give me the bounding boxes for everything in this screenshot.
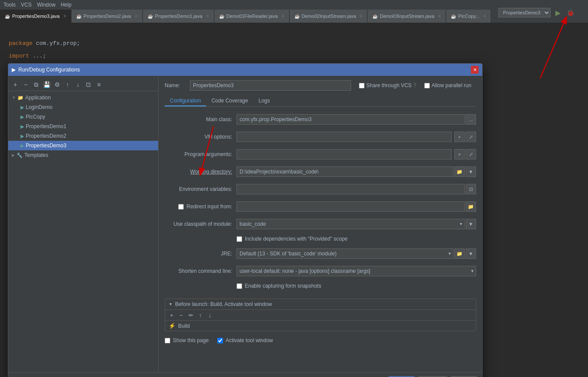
- activate-tool-window-label: Activate tool window: [226, 337, 273, 343]
- run-debug-dialog: ▶ Run/Debug Configurations ✕ + − ⧉ 💾 ⚙ ↑…: [8, 63, 483, 377]
- working-dir-input[interactable]: [237, 166, 453, 177]
- debug-button[interactable]: 🐞: [565, 8, 575, 17]
- jre-row: JRE: Default (13 - SDK of 'basic_code' m…: [165, 248, 476, 259]
- before-launch-edit-btn[interactable]: ✏: [187, 311, 195, 319]
- args-expand-btn[interactable]: +: [454, 149, 465, 160]
- before-launch-remove-btn[interactable]: −: [177, 311, 185, 319]
- activate-tool-window-checkbox[interactable]: [217, 338, 223, 343]
- move-up-button[interactable]: ↑: [63, 80, 72, 89]
- vm-fullscreen-btn[interactable]: ⤢: [466, 132, 476, 142]
- jre-select-area: Default (13 - SDK of 'basic_code' module…: [237, 248, 476, 259]
- copy-config-button[interactable]: ⧉: [32, 80, 41, 89]
- redirect-input-file[interactable]: [237, 201, 465, 212]
- tab-code-coverage[interactable]: Code Coverage: [206, 96, 253, 106]
- shorten-cmd-select[interactable]: user-local default: none - java [options…: [237, 266, 476, 276]
- shorten-cmd-label: Shorten command line:: [165, 268, 237, 274]
- allow-parallel-checkbox[interactable]: [424, 83, 430, 88]
- main-class-label: Main class:: [165, 116, 237, 122]
- run-button[interactable]: ▶: [553, 8, 563, 17]
- tab-close-6[interactable]: ✕: [483, 14, 487, 18]
- tab-close-1[interactable]: ✕: [135, 14, 138, 18]
- main-class-input[interactable]: [237, 114, 465, 125]
- java-icon-0: ☕: [4, 13, 10, 19]
- jre-dropdown-btn[interactable]: ▼: [466, 248, 476, 259]
- share-help-icon[interactable]: ?: [413, 82, 416, 88]
- tree-panel: + − ⧉ 💾 ⚙ ↑ ↓ ⊡ ≡ ▼ 📁 Application ▶ Logi…: [8, 76, 159, 372]
- working-dir-macro-btn[interactable]: ▼: [466, 166, 476, 177]
- working-dir-browse-btn[interactable]: 📁: [454, 166, 465, 177]
- vm-expand-btn[interactable]: +: [454, 132, 465, 142]
- tab-6[interactable]: ☕ PicCopy... ✕: [446, 10, 491, 23]
- dialog-close-button[interactable]: ✕: [471, 66, 479, 74]
- share-vcs-checkbox[interactable]: [359, 83, 365, 88]
- jre-browse-btn[interactable]: 📁: [454, 248, 465, 259]
- before-launch-add-btn[interactable]: +: [168, 311, 176, 319]
- before-launch-down-btn[interactable]: ↓: [206, 311, 214, 319]
- tree-node-piccopy[interactable]: ▶ PicCopy: [8, 112, 158, 122]
- classpath-select[interactable]: basic_code: [237, 219, 465, 229]
- dialog-title: ▶ Run/Debug Configurations: [12, 67, 80, 73]
- tab-close-2[interactable]: ✕: [206, 14, 210, 18]
- classpath-dropdown-btn[interactable]: ▼: [466, 219, 476, 229]
- editor-line-2: import ...;: [9, 53, 579, 59]
- main-class-browse-btn[interactable]: ...: [466, 114, 476, 125]
- move-down-button[interactable]: ↓: [74, 80, 82, 89]
- working-dir-label[interactable]: Working directory:: [165, 169, 237, 175]
- include-deps-row: Include dependencies with "Provided" sco…: [165, 236, 476, 242]
- jre-select[interactable]: Default (13 - SDK of 'basic_code' module…: [237, 248, 453, 259]
- tab-configuration[interactable]: Configuration: [165, 96, 206, 106]
- settings-button[interactable]: ⚙: [53, 80, 61, 89]
- tab-logs[interactable]: Logs: [253, 96, 275, 106]
- form-snapshots-row: Enable capturing form snapshots: [165, 283, 476, 289]
- tab-close-3[interactable]: ✕: [281, 14, 285, 18]
- args-fullscreen-btn[interactable]: ⤢: [466, 149, 476, 160]
- filter-button[interactable]: ≡: [95, 80, 103, 89]
- tab-2[interactable]: ☕ PropertiesDemo1.java ✕: [143, 10, 214, 23]
- tab-4[interactable]: ☕ Demo02InputStream.java ✕: [290, 10, 368, 23]
- vm-options-input[interactable]: [237, 132, 452, 142]
- env-vars-browse-btn[interactable]: ⊡: [466, 184, 476, 194]
- build-item[interactable]: ⚡ Build: [165, 320, 476, 331]
- menu-tools[interactable]: Tools: [3, 2, 16, 8]
- env-vars-input[interactable]: [237, 184, 465, 194]
- tree-node-templates[interactable]: ▶ 🔧 Templates: [8, 150, 158, 160]
- save-config-button[interactable]: 💾: [42, 80, 51, 89]
- tab-5[interactable]: ☕ Demo03InputStream.java ✕: [368, 10, 446, 23]
- tree-node-application[interactable]: ▼ 📁 Application: [8, 93, 158, 102]
- form-snapshots-checkbox[interactable]: [237, 283, 242, 289]
- show-this-page-checkbox[interactable]: [165, 338, 170, 343]
- tab-close-0[interactable]: ✕: [63, 14, 67, 18]
- env-vars-row: Environment variables: ⊡: [165, 183, 476, 195]
- tab-close-5[interactable]: ✕: [438, 14, 441, 18]
- redirect-input-checkbox[interactable]: [178, 204, 184, 210]
- tree-node-logindemo[interactable]: ▶ LoginDemo: [8, 102, 158, 112]
- redirect-input-browse-btn[interactable]: 📁: [466, 201, 476, 212]
- tree-node-propertiesdemo2[interactable]: ▶ PropertiesDemo2: [8, 131, 158, 141]
- tab-3[interactable]: ☕ Demo01FileReader.java ✕: [214, 10, 290, 23]
- java-icon-1: ☕: [76, 13, 82, 19]
- vm-options-input-area: + ⤢: [237, 132, 476, 142]
- java-icon-3: ☕: [219, 13, 225, 19]
- add-config-button[interactable]: +: [11, 80, 20, 89]
- sort-button[interactable]: ⊡: [84, 80, 93, 89]
- include-deps-label: Include dependencies with "Provided" sco…: [245, 236, 348, 242]
- tab-0[interactable]: ☕ PropertiesDemo3.java ✕: [0, 10, 71, 23]
- program-args-input[interactable]: [237, 149, 452, 160]
- before-launch-up-btn[interactable]: ↑: [196, 311, 204, 319]
- include-deps-checkbox[interactable]: [237, 236, 242, 242]
- app-icon-pd3: ▶: [20, 143, 24, 149]
- remove-config-button[interactable]: −: [21, 80, 30, 89]
- menu-window[interactable]: Window: [37, 2, 56, 8]
- menu-help[interactable]: Help: [61, 2, 71, 8]
- tab-close-4[interactable]: ✕: [359, 14, 363, 18]
- working-dir-row: Working directory: 📁 ▼: [165, 166, 476, 177]
- working-dir-input-area: 📁 ▼: [237, 166, 476, 177]
- tree-node-propertiesdemo1[interactable]: ▶ PropertiesDemo1: [8, 122, 158, 131]
- classpath-row: Use classpath of module: basic_code ▼ ▼: [165, 218, 476, 230]
- tab-1[interactable]: ☕ PropertiesDemo2.java ✕: [71, 10, 143, 23]
- tree-node-propertiesdemo3[interactable]: ▶ PropertiesDemo3: [8, 141, 158, 150]
- before-launch-header[interactable]: ▼ Before launch: Build, Activate tool wi…: [165, 299, 476, 309]
- menu-vcs[interactable]: VCS: [21, 2, 32, 8]
- name-input[interactable]: [190, 80, 351, 91]
- run-config-select[interactable]: PropertiesDemo3: [498, 8, 551, 17]
